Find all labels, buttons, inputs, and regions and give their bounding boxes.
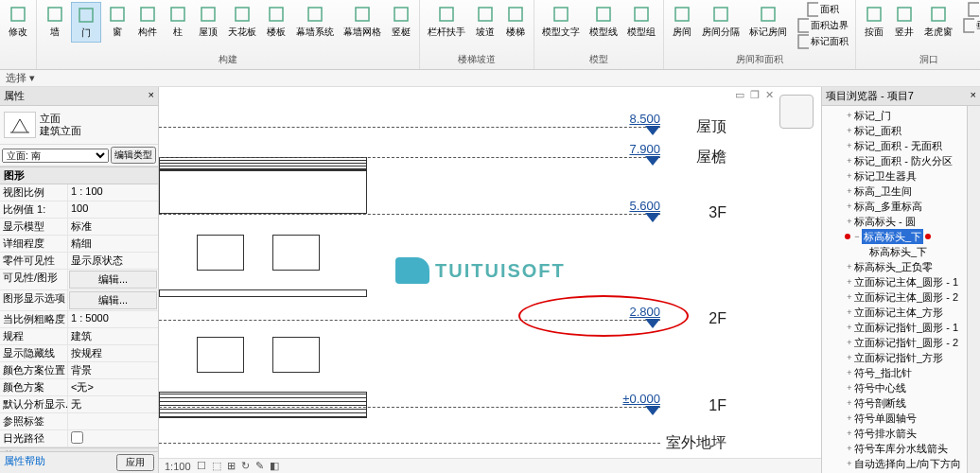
expand-icon[interactable]: + <box>845 320 854 335</box>
wall-button[interactable]: 墙 <box>41 2 69 41</box>
view-window-controls[interactable]: ▭ ❐ ✕ <box>735 89 774 101</box>
level-name[interactable]: 3F <box>709 204 726 221</box>
tree-item[interactable]: +标高标头 - 圆 <box>824 214 965 229</box>
tree-item[interactable]: +立面标记指针_圆形 - 2 <box>824 335 965 350</box>
mullion-button[interactable]: 竖梃 <box>387 2 415 41</box>
expand-icon[interactable]: + <box>845 184 854 199</box>
tree-item[interactable]: +标记_面积 - 无面积 <box>824 138 965 153</box>
level-name[interactable]: 2F <box>709 310 726 327</box>
close-view-icon[interactable]: ✕ <box>765 89 774 101</box>
view-tool[interactable]: 1:100 <box>165 461 191 472</box>
level-name[interactable]: 屋檐 <box>696 148 726 167</box>
expand-icon[interactable]: + <box>845 365 854 380</box>
navigation-cube[interactable] <box>779 95 814 129</box>
tree-item[interactable]: +立面标记主体_圆形 - 1 <box>824 274 965 289</box>
close-icon[interactable]: × <box>971 89 976 103</box>
min-icon[interactable]: ▭ <box>735 89 744 101</box>
view-tool[interactable]: ↻ <box>241 460 250 472</box>
tree-item[interactable]: +符号剖断线 <box>824 395 965 411</box>
type-selector[interactable]: 立面 建筑立面 <box>0 106 158 145</box>
expand-icon[interactable]: + <box>845 411 854 426</box>
tree-item[interactable]: +标高标头_正负零 <box>824 259 965 274</box>
prop-row[interactable]: 日光路径 <box>0 430 158 447</box>
tree-item[interactable]: +标记_门 <box>824 108 965 123</box>
tree-item[interactable]: +标记_面积 - 防火分区 <box>824 153 965 168</box>
tree-item[interactable]: +符号单圆轴号 <box>824 411 965 426</box>
dormer-button[interactable]: 老虎窗 <box>920 2 956 41</box>
tree-item[interactable]: +立面标记主体_圆形 - 2 <box>824 289 965 305</box>
expand-icon[interactable]: + <box>845 274 854 289</box>
vertical-button[interactable]: 垂直 <box>958 18 980 33</box>
tree-item[interactable]: +标高_卫生间 <box>824 184 965 199</box>
tree-item[interactable]: +标记_面积 <box>824 123 965 138</box>
scrollbar[interactable] <box>967 106 980 473</box>
curtain-grid-button[interactable]: 幕墙网格 <box>340 2 385 41</box>
tree-item[interactable]: +立面标记指针_方形 <box>824 350 965 365</box>
select-dropdown[interactable]: 选择 ▾ <box>6 71 35 85</box>
level-name[interactable]: 屋顶 <box>696 117 726 137</box>
expand-icon[interactable]: + <box>845 123 854 138</box>
expand-icon[interactable]: + <box>845 108 854 123</box>
tree-item[interactable]: +标记卫生器具 <box>824 168 965 184</box>
window-button[interactable]: 窗 <box>103 2 131 41</box>
ceiling-button[interactable]: 天花板 <box>224 2 260 41</box>
expand-icon[interactable]: + <box>845 289 854 305</box>
view-tool[interactable]: ⬚ <box>212 460 221 472</box>
close-icon[interactable]: × <box>149 89 154 103</box>
tree-item[interactable]: +立面标记主体_方形 <box>824 305 965 320</box>
expand-icon[interactable]: + <box>845 456 854 471</box>
tree-item[interactable]: +符号_指北针 <box>824 365 965 380</box>
level-marker[interactable]: 7.900 <box>645 157 660 166</box>
prop-row[interactable]: 默认分析显示...无 <box>0 396 158 413</box>
prop-row[interactable]: 规程建筑 <box>0 328 158 345</box>
prop-row[interactable]: 显示隐藏线按规程 <box>0 345 158 362</box>
tag-room-button[interactable]: 标记房间 <box>745 2 791 41</box>
model-group-button[interactable]: 模型组 <box>623 2 659 41</box>
tree-item[interactable]: +符号车库分水线箭头 <box>824 441 965 456</box>
section-图形[interactable]: 图形 <box>0 166 158 184</box>
shaft-button[interactable]: 竖井 <box>890 2 919 41</box>
prop-row[interactable]: 零件可见性显示原状态 <box>0 253 158 270</box>
prop-row[interactable]: 颜色方案位置背景 <box>0 362 158 379</box>
expand-icon[interactable]: + <box>845 395 854 411</box>
level-name[interactable]: 1F <box>709 397 726 414</box>
tag-area-button[interactable]: 标记面积 <box>793 34 851 49</box>
view-tool[interactable]: ✎ <box>255 460 264 472</box>
prop-row[interactable]: 颜色方案<无> <box>0 379 158 396</box>
expand-icon[interactable]: + <box>845 138 854 153</box>
properties-help-link[interactable]: 属性帮助 <box>4 454 45 471</box>
apply-button[interactable]: 应用 <box>116 454 154 471</box>
prop-row[interactable]: 详细程度精细 <box>0 236 158 253</box>
room-button[interactable]: 房间 <box>668 2 696 41</box>
cursor-button[interactable]: 修改 <box>4 2 32 41</box>
expand-icon[interactable]: + <box>845 380 854 395</box>
tree-item[interactable]: +立面标记指针_圆形 - 1 <box>824 320 965 335</box>
wall-open-button[interactable]: 墙 <box>958 2 980 17</box>
prop-row[interactable]: 可见性/图形编辑... <box>0 270 158 290</box>
stair-button[interactable]: 楼梯 <box>501 2 530 41</box>
expand-icon[interactable]: + <box>845 153 854 168</box>
room-sep-button[interactable]: 房间分隔 <box>698 2 744 41</box>
curtain-sys-button[interactable]: 幕墙系统 <box>292 2 338 41</box>
prop-row[interactable]: 比例值 1:100 <box>0 201 158 219</box>
expand-icon[interactable]: + <box>845 199 854 214</box>
railing-button[interactable]: 栏杆扶手 <box>424 2 469 41</box>
tree-item[interactable]: +符号排水箭头 <box>824 426 965 441</box>
roof-button[interactable]: 屋顶 <box>194 2 222 41</box>
expand-icon[interactable]: + <box>845 426 854 441</box>
ramp-button[interactable]: 坡道 <box>471 2 499 41</box>
edit-type-button[interactable]: 编辑类型 <box>111 147 156 164</box>
prop-row[interactable]: 视图比例1 : 100 <box>0 184 158 201</box>
restore-icon[interactable]: ❐ <box>750 89 760 101</box>
expand-icon[interactable]: + <box>845 214 854 229</box>
instance-selector[interactable]: 立面: 南 <box>2 149 109 163</box>
tree-item[interactable]: +符号中心线 <box>824 380 965 395</box>
door-button[interactable]: 门 <box>71 2 101 43</box>
area-boundary-button[interactable]: 面积边界 <box>793 18 851 33</box>
tree-item[interactable]: +标高_多重标高 <box>824 199 965 214</box>
expand-icon[interactable]: + <box>845 350 854 365</box>
model-line-button[interactable]: 模型线 <box>586 2 621 41</box>
level-marker[interactable]: 8.500 <box>645 127 660 136</box>
expand-icon[interactable]: + <box>845 441 854 456</box>
tree-item[interactable]: 标高标头_下 <box>824 244 965 259</box>
